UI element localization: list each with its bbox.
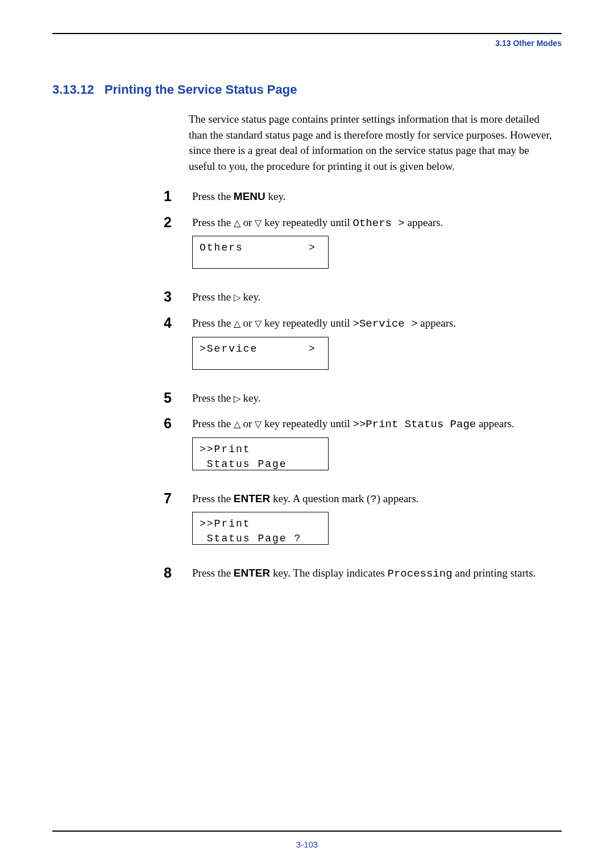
step-number: 1	[164, 189, 192, 205]
section-title: Printing the Service Status Page	[105, 82, 297, 97]
step: 5 Press the ▷ key.	[164, 390, 562, 411]
code-text: ?	[370, 493, 376, 506]
code-text: >>Print Status Page	[353, 418, 476, 431]
section-heading: 3.13.12 Printing the Service Status Page	[52, 81, 562, 99]
page-number: 3-103	[0, 838, 614, 851]
step-body: Press the △ or ▽ key repeatedly until Ot…	[192, 215, 562, 284]
triangle-up-icon: △	[234, 319, 240, 328]
step-body: Press the MENU key.	[192, 189, 562, 209]
step: 4 Press the △ or ▽ key repeatedly until …	[164, 315, 562, 385]
step: 7 Press the ENTER key. A question mark (…	[164, 491, 562, 560]
step: 1 Press the MENU key.	[164, 189, 562, 209]
lcd-display: Others >	[192, 236, 329, 269]
lcd-display: >Service >	[192, 337, 329, 370]
triangle-up-icon: △	[234, 218, 240, 228]
lcd-display: >>Print Status Page ?	[192, 512, 329, 545]
step-number: 3	[164, 289, 192, 305]
step-body: Press the △ or ▽ key repeatedly until >S…	[192, 315, 562, 385]
top-divider	[52, 33, 562, 34]
step-body: Press the △ or ▽ key repeatedly until >>…	[192, 416, 562, 485]
running-head: 3.13 Other Modes	[52, 37, 562, 49]
step-body: Press the ENTER key. The display indicat…	[192, 565, 562, 587]
triangle-right-icon: ▷	[234, 293, 240, 302]
triangle-down-icon: ▽	[255, 218, 262, 228]
triangle-down-icon: ▽	[255, 419, 262, 429]
step: 8 Press the ENTER key. The display indic…	[164, 565, 562, 587]
lcd-display: >>Print Status Page	[192, 437, 329, 470]
code-text: Processing	[388, 567, 453, 580]
menu-key-label: MENU	[234, 190, 265, 202]
triangle-up-icon: △	[234, 419, 240, 429]
code-text: >Service >	[353, 318, 418, 330]
triangle-right-icon: ▷	[234, 394, 240, 403]
enter-key-label: ENTER	[234, 567, 270, 579]
section-number: 3.13.12	[52, 82, 94, 97]
step-number: 5	[164, 390, 192, 406]
intro-paragraph: The service status page contains printer…	[189, 111, 556, 174]
step: 6 Press the △ or ▽ key repeatedly until …	[164, 416, 562, 485]
step: 2 Press the △ or ▽ key repeatedly until …	[164, 215, 562, 284]
triangle-down-icon: ▽	[255, 319, 262, 328]
step-number: 4	[164, 315, 192, 331]
code-text: Others >	[353, 217, 405, 229]
step-body: Press the ▷ key.	[192, 289, 562, 310]
step-number: 6	[164, 416, 192, 432]
enter-key-label: ENTER	[234, 493, 270, 504]
step-number: 2	[164, 215, 192, 231]
step-body: Press the ▷ key.	[192, 390, 562, 411]
document-page: 3.13 Other Modes 3.13.12 Printing the Se…	[0, 0, 614, 868]
bottom-divider	[52, 831, 562, 832]
step-number: 7	[164, 491, 192, 507]
step: 3 Press the ▷ key.	[164, 289, 562, 310]
step-body: Press the ENTER key. A question mark (?)…	[192, 491, 562, 560]
step-list: 1 Press the MENU key. 2 Press the △ or ▽…	[164, 189, 562, 586]
step-number: 8	[164, 565, 192, 581]
